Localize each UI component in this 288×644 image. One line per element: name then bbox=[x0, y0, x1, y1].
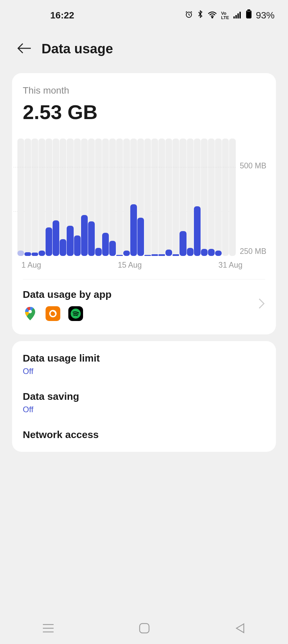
bar-col bbox=[109, 139, 116, 256]
bar-col bbox=[179, 139, 186, 256]
network-title: Network access bbox=[23, 429, 265, 440]
bar-col bbox=[229, 139, 236, 256]
bar-col bbox=[95, 139, 102, 256]
chevron-right-icon bbox=[258, 298, 265, 313]
app-icon-alfred bbox=[46, 306, 60, 321]
bar-col bbox=[17, 139, 24, 256]
bar-col bbox=[137, 139, 144, 256]
x-tick-start: 1 Aug bbox=[21, 261, 41, 270]
svg-rect-3 bbox=[235, 15, 237, 18]
header: Data usage bbox=[0, 24, 288, 66]
page-title: Data usage bbox=[42, 41, 113, 56]
bar-col bbox=[81, 139, 88, 256]
y-tick-250: 250 MB bbox=[240, 247, 271, 256]
bar-col bbox=[222, 139, 229, 256]
bar-col bbox=[187, 139, 194, 256]
settings-card: Data usage limit Off Data saving Off Net… bbox=[12, 341, 276, 452]
battery-percent: 93% bbox=[256, 10, 275, 21]
app-icon-spotify bbox=[68, 306, 83, 321]
x-tick-mid: 15 Aug bbox=[118, 261, 142, 270]
status-icons: VoLTE 93% bbox=[185, 9, 275, 21]
data-usage-limit-row[interactable]: Data usage limit Off bbox=[12, 345, 276, 383]
app-icons bbox=[23, 306, 112, 321]
bar-col bbox=[46, 139, 52, 256]
bar-col bbox=[158, 139, 165, 256]
bar-col bbox=[151, 139, 158, 256]
battery-icon bbox=[246, 9, 252, 21]
back-nav-icon[interactable] bbox=[234, 623, 246, 635]
bar-col bbox=[116, 139, 123, 256]
home-icon[interactable] bbox=[139, 623, 150, 635]
bar-col bbox=[31, 139, 38, 256]
data-saving-row[interactable]: Data saving Off bbox=[12, 383, 276, 422]
bar-col bbox=[88, 139, 95, 256]
bar-col bbox=[74, 139, 81, 256]
y-tick-500: 500 MB bbox=[240, 161, 271, 170]
chart-x-axis: 1 Aug 15 Aug 31 Aug bbox=[12, 261, 276, 270]
bar-col bbox=[24, 139, 31, 256]
back-icon[interactable] bbox=[17, 42, 31, 56]
limit-title: Data usage limit bbox=[23, 353, 265, 364]
bar-col bbox=[194, 139, 201, 256]
limit-value: Off bbox=[23, 367, 265, 376]
bar-col bbox=[60, 139, 66, 256]
bar-col bbox=[201, 139, 208, 256]
svg-rect-5 bbox=[239, 12, 241, 18]
bar-col bbox=[130, 139, 137, 256]
wifi-icon bbox=[208, 10, 217, 21]
network-access-row[interactable]: Network access bbox=[12, 422, 276, 448]
recent-apps-icon[interactable] bbox=[42, 623, 54, 635]
bar-col bbox=[53, 139, 59, 256]
svg-point-1 bbox=[212, 17, 213, 18]
bar-col bbox=[208, 139, 215, 256]
alarm-icon bbox=[185, 10, 193, 21]
summary-value: 2.53 GB bbox=[23, 101, 276, 124]
app-icon-google-maps bbox=[23, 306, 38, 321]
usage-card: This month 2.53 GB 500 MB 250 MB 1 Aug 1… bbox=[12, 73, 276, 334]
svg-rect-2 bbox=[233, 16, 235, 18]
by-app-title: Data usage by app bbox=[23, 289, 112, 300]
bar-col bbox=[67, 139, 73, 256]
svg-rect-8 bbox=[247, 12, 250, 17]
bar-col bbox=[123, 139, 130, 256]
volte-icon: VoLTE bbox=[221, 11, 229, 20]
svg-rect-7 bbox=[248, 10, 250, 11]
svg-rect-4 bbox=[237, 13, 239, 18]
x-tick-end: 31 Aug bbox=[218, 261, 242, 270]
nav-bar bbox=[0, 614, 288, 644]
bar-col bbox=[172, 139, 179, 256]
summary-label: This month bbox=[23, 85, 276, 96]
usage-chart: 500 MB 250 MB bbox=[12, 139, 276, 256]
status-time: 16:22 bbox=[50, 10, 74, 21]
signal-icon bbox=[233, 10, 242, 21]
chart-y-axis: 500 MB 250 MB bbox=[236, 139, 271, 256]
saving-value: Off bbox=[23, 405, 265, 414]
saving-title: Data saving bbox=[23, 391, 265, 402]
bar-col bbox=[144, 139, 151, 256]
bar-col bbox=[39, 139, 45, 256]
svg-point-9 bbox=[28, 310, 32, 313]
bar-col bbox=[215, 139, 222, 256]
status-bar: 16:22 VoLTE 93% bbox=[0, 0, 288, 24]
bar-col bbox=[165, 139, 172, 256]
bar-col bbox=[102, 139, 109, 256]
svg-rect-13 bbox=[140, 624, 149, 633]
data-usage-by-app-row[interactable]: Data usage by app bbox=[12, 279, 276, 322]
bluetooth-icon bbox=[197, 10, 204, 21]
